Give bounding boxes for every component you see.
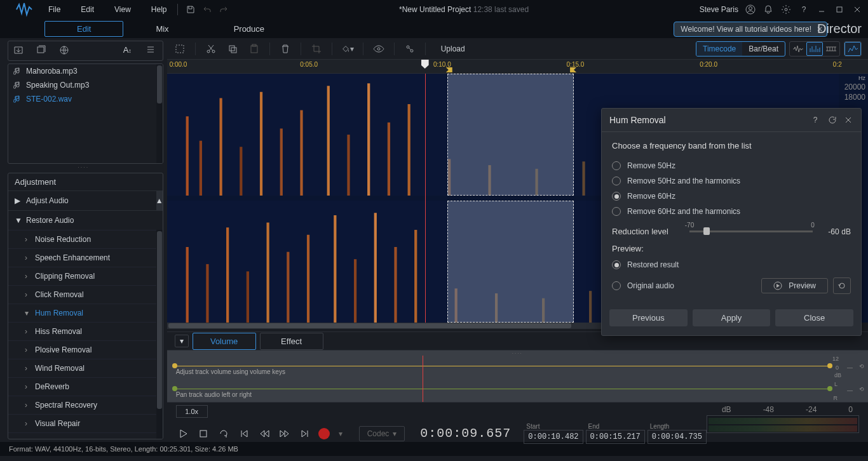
menu-file[interactable]: File [46,3,63,17]
skip-end-icon[interactable] [298,427,312,441]
preview-loop-button[interactable] [833,277,851,294]
menu-view[interactable]: View [112,3,133,17]
splitter-handle[interactable]: ···· [167,351,868,356]
region-end-marker[interactable] [570,67,576,72]
delete-icon[interactable] [279,43,292,55]
dialog-close-icon[interactable] [843,115,853,125]
file-item[interactable]: Mahoroba.mp3 [8,64,163,78]
menu-help[interactable]: Help [149,3,170,17]
start-time[interactable]: 0:00:10.482 [524,430,583,444]
reduction-slider[interactable]: -70 0 [689,230,813,232]
restore-item[interactable]: ›Wind Removal [8,359,163,377]
combined-view-icon[interactable] [823,42,839,56]
codec-button[interactable]: Codec▾ [359,426,405,441]
import-icon[interactable] [13,45,25,57]
mode-produce[interactable]: Produce [201,21,297,37]
undo-icon[interactable] [202,4,212,15]
length-time[interactable]: 0:00:04.735 [648,430,707,444]
splitter-handle[interactable]: ···· [0,164,167,170]
speed-box[interactable]: 1.0x [176,405,208,418]
restore-item[interactable]: ›Visual Repair [8,414,163,432]
dialog-reset-icon[interactable] [827,115,837,125]
crop-icon[interactable] [310,43,323,55]
selection-region[interactable] [447,74,574,196]
upload-button[interactable]: Upload [435,44,471,53]
automation-area[interactable]: ···· Adjust track volume using volume ke… [167,351,868,403]
timecode-toggle[interactable]: Timecode [696,42,742,56]
file-item[interactable]: STE-002.wav [8,92,163,106]
close-icon[interactable] [851,4,863,15]
help-icon[interactable]: ? [798,4,810,15]
restore-item[interactable]: ›Noise Gate [8,432,163,439]
scroll-up-icon[interactable]: ▲ [156,191,163,210]
copy-icon[interactable] [226,43,239,55]
volume-tab[interactable]: Volume [193,333,256,350]
preview-button[interactable]: Preview [761,278,828,293]
rewind-icon[interactable] [257,427,271,441]
timeline-ruler[interactable]: 0:00.0 0:05.0 0:10.0 0:15.0 0:20.0 0:2 [167,60,868,74]
mode-mix[interactable]: Mix [123,21,201,37]
previous-button[interactable]: Previous [609,309,688,326]
dialog-help-icon[interactable]: ? [810,115,820,125]
play-icon[interactable] [176,427,190,441]
restore-item[interactable]: ›Speech Enhancement [8,248,163,267]
maximize-icon[interactable] [834,4,845,15]
save-icon[interactable] [186,4,196,15]
playhead-handle[interactable] [421,60,429,69]
barbeat-toggle[interactable]: Bar/Beat [742,42,785,56]
menu-edit[interactable]: Edit [78,3,97,17]
selection-region[interactable] [447,201,574,323]
record-button[interactable] [318,428,330,439]
restore-item[interactable]: ›DeReverb [8,377,163,396]
restore-item[interactable]: ›Spectral Recovery [8,396,163,414]
user-avatar-icon[interactable] [745,4,756,15]
welcome-bubble[interactable]: Welcome! View all tutorial videos here! … [674,22,827,37]
fill-icon[interactable]: ▾ [341,43,354,55]
font-icon[interactable]: A↕ [123,45,135,57]
loop-icon[interactable] [217,427,231,441]
radio-50hz-harmonics[interactable]: Remove 50Hz and the harmonics [612,173,851,189]
file-item[interactable]: Speaking Out.mp3 [8,78,163,92]
effect-tab[interactable]: Effect [260,333,323,350]
restore-item[interactable]: ›Clipping Removal [8,267,163,285]
end-time[interactable]: 0:00:15.217 [586,430,645,444]
radio-60hz-harmonics[interactable]: Remove 60Hz and the harmonics [612,204,851,219]
select-all-icon[interactable] [173,43,186,55]
spectro-view-icon[interactable] [806,42,823,56]
radio-50hz[interactable]: Remove 50Hz [612,158,851,173]
redo-icon[interactable] [219,4,229,15]
library-icon[interactable] [36,45,48,57]
link-icon[interactable] [403,43,416,55]
minimize-icon[interactable] [816,4,827,15]
cut-icon[interactable] [205,43,217,55]
menu-icon[interactable] [146,45,158,57]
paste-icon[interactable] [248,43,261,55]
spectrogram-mode-icon[interactable] [844,42,861,56]
scrollbar-thumb[interactable] [157,231,162,409]
mode-edit[interactable]: Edit [44,21,123,37]
radio-60hz[interactable]: Remove 60Hz [612,189,851,204]
record-dropdown[interactable]: ▾ [334,427,348,441]
radio-original[interactable]: Original audio [612,278,674,293]
globe-icon[interactable] [59,45,71,57]
radio-restored[interactable]: Restored result [612,257,851,272]
stop-icon[interactable] [196,427,210,441]
restore-item[interactable]: ›Plosive Removal [8,340,163,359]
forward-icon[interactable] [278,427,292,441]
apply-button[interactable]: Apply [693,309,771,326]
adjust-audio-section[interactable]: ▶Adjust Audio ▲ [8,191,163,210]
region-start-marker[interactable] [446,67,452,72]
restore-item[interactable]: ▾Hum Removal [8,304,163,322]
h-scrollbar-thumb[interactable] [168,323,571,328]
track-dropdown[interactable]: ▾ [175,335,189,347]
restore-item[interactable]: ›Noise Reduction [8,230,163,248]
close-button[interactable]: Close [775,309,853,326]
gear-icon[interactable] [780,4,792,15]
waveform-view-icon[interactable] [790,42,806,56]
slider-thumb[interactable] [703,227,710,235]
restore-item[interactable]: ›Click Removal [8,285,163,304]
skip-start-icon[interactable] [237,427,251,441]
bell-icon[interactable] [763,4,774,15]
eye-icon[interactable] [372,43,385,55]
restore-item[interactable]: ›Hiss Removal [8,322,163,340]
